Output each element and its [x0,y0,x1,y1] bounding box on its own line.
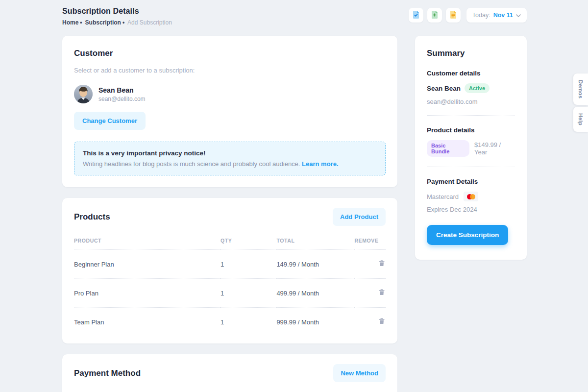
customer-identity: Sean Bean sean@dellito.com [98,86,146,102]
table-row: Team Plan 1 999.99 / Month [74,308,386,332]
payment-details-title: Payment Details [427,178,515,185]
product-total: 999.99 / Month [276,308,354,332]
remove-product-button[interactable] [378,288,386,298]
summary-payment-section: Payment Details Mastercard Expires Dec 2… [427,178,515,213]
chevron-down-icon [516,12,521,19]
summary-customer-name: Sean Bean [427,85,461,92]
divider [427,115,515,116]
product-total: 499.99 / Month [276,279,354,308]
payment-card-title: Payment Method [74,368,141,378]
header-left: Subscription Details Home • Subscription… [62,7,172,26]
doc-check-button[interactable] [409,8,423,23]
payment-card-header: Payment Method New Method [74,364,386,382]
doc-check-icon [412,10,420,21]
summary-column: Summary Customer details Sean Bean Activ… [415,36,527,260]
product-qty: 1 [220,279,276,308]
today-value: Nov 11 [493,12,513,19]
customer-card-title: Customer [74,49,386,58]
product-name: Pro Plan [74,279,220,308]
page-container: Subscription Details Home • Subscription… [62,0,527,392]
divider [427,167,515,167]
products-card: Products Add Product Product Qty Total R… [62,198,397,343]
privacy-notice-title: This is a very important privacy notice! [83,149,377,157]
tab-demos[interactable]: Demos [573,74,588,105]
bundle-badge: Basic Bundle [427,140,469,157]
customer-row: Sean Bean sean@dellito.com [74,85,386,103]
column-header-product: Product [74,233,220,250]
main-column: Customer Select or add a customer to a s… [62,36,397,392]
products-table: Product Qty Total Remove Beginner Plan 1… [74,233,386,332]
mastercard-logo [464,192,478,201]
doc-add-button[interactable] [427,8,442,23]
products-card-header: Products Add Product [74,208,386,226]
learn-more-link[interactable]: Learn more. [302,160,338,168]
remove-product-button[interactable] [378,259,386,269]
breadcrumb: Home • Subscription • Add Subscription [62,19,172,26]
page-header: Subscription Details Home • Subscription… [62,7,527,26]
summary-product-section: Product details Basic Bundle $149.99 / Y… [427,126,515,157]
customer-email: sean@dellito.com [98,96,146,102]
summary-product-price: $149.99 / Year [474,141,515,156]
date-picker-button[interactable]: Today: Nov 11 [466,8,527,23]
products-table-header-row: Product Qty Total Remove [74,233,386,250]
summary-title: Summary [427,49,515,58]
today-label: Today: [472,12,490,19]
table-row: Pro Plan 1 499.99 / Month [74,279,386,308]
summary-payment-expires: Expires Dec 2024 [427,206,515,213]
trash-icon [379,318,385,326]
status-badge: Active [465,83,490,93]
header-actions: Today: Nov 11 [409,8,527,23]
tab-help[interactable]: Help [573,107,588,132]
summary-customer-email: sean@dellito.com [427,98,515,105]
new-method-button[interactable]: New Method [333,364,386,382]
product-name: Team Plan [74,308,220,332]
page-content: Customer Select or add a customer to a s… [62,36,527,392]
breadcrumb-separator: • [80,19,82,26]
table-row: Beginner Plan 1 149.99 / Month [74,250,386,279]
summary-payment-brand: Mastercard [427,193,459,200]
product-name: Beginner Plan [74,250,220,279]
change-customer-button[interactable]: Change Customer [74,112,146,130]
product-qty: 1 [220,308,276,332]
product-total: 149.99 / Month [276,250,354,279]
column-header-remove: Remove [354,233,386,250]
privacy-notice-body: Writing headlines for blog posts is much… [83,160,377,168]
doc-add-icon [431,10,439,21]
breadcrumb-current: Add Subscription [127,19,172,26]
privacy-notice: This is a very important privacy notice!… [74,142,386,175]
breadcrumb-subscription[interactable]: Subscription [85,19,121,26]
customer-details-title: Customer details [427,70,515,77]
trash-icon [379,290,385,297]
column-header-total: Total [276,233,354,250]
page-title: Subscription Details [62,7,172,16]
create-subscription-button[interactable]: Create Subscription [427,225,508,245]
column-header-qty: Qty [220,233,276,250]
payment-method-card: Payment Method New Method − Mastercard P… [62,354,397,392]
customer-avatar [74,85,93,103]
summary-customer-section: Customer details Sean Bean Active sean@d… [427,70,515,105]
product-qty: 1 [220,250,276,279]
breadcrumb-home[interactable]: Home [62,19,78,26]
customer-card: Customer Select or add a customer to a s… [62,36,397,187]
doc-lines-button[interactable] [446,8,461,23]
products-card-title: Products [74,212,110,222]
remove-product-button[interactable] [378,317,386,327]
product-details-title: Product details [427,126,515,134]
breadcrumb-separator: • [122,19,124,26]
trash-icon [379,261,385,268]
privacy-notice-text: Writing headlines for blog posts is much… [83,160,300,168]
add-product-button[interactable]: Add Product [333,208,386,226]
summary-card: Summary Customer details Sean Bean Activ… [415,36,527,260]
customer-name: Sean Bean [98,86,146,94]
doc-lines-icon [449,10,457,21]
customer-card-subtitle: Select or add a customer to a subscripti… [74,67,386,74]
